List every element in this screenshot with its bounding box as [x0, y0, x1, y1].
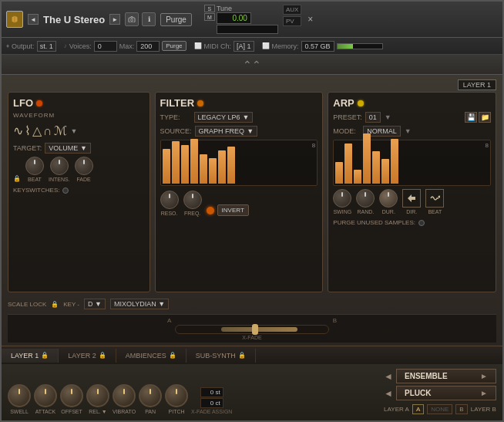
- right-nav-left[interactable]: ◄: [384, 371, 393, 382]
- target-row: TARGET: VOLUME ▼: [13, 143, 145, 154]
- arp-preset-value[interactable]: 01: [365, 112, 381, 123]
- output-dropdown[interactable]: st. 1: [37, 41, 56, 52]
- s-button[interactable]: S: [204, 5, 215, 12]
- tab-ambiences[interactable]: AMBIENCES 🔒: [116, 349, 186, 363]
- svg-point-2: [131, 19, 133, 22]
- dir-icon[interactable]: [402, 189, 421, 208]
- source-dropdown[interactable]: GRAPH FREQ ▼: [195, 126, 257, 137]
- arp-bar-5: [372, 151, 380, 184]
- purge-button-2[interactable]: Purge: [162, 41, 186, 51]
- dur-knob[interactable]: [379, 189, 398, 208]
- filter-bar-7: [218, 150, 226, 184]
- purge-unused-dot[interactable]: [418, 220, 425, 226]
- waveform-row: ∿⌇△∩ℳ ▼: [13, 123, 145, 138]
- arp-section: ARP PRESET: 01 ▼ 💾 📁 MODE: NORMAL ▼: [328, 92, 496, 292]
- pan-knob[interactable]: [139, 384, 162, 407]
- fade-knob[interactable]: [75, 157, 93, 175]
- beat-knob-group: BEAT: [25, 157, 44, 182]
- waveform-dropdown-arrow[interactable]: ▼: [71, 127, 78, 135]
- vibrato-knob[interactable]: [113, 384, 136, 407]
- layer-b-button[interactable]: B: [455, 404, 467, 414]
- none-button[interactable]: NONE: [427, 404, 452, 414]
- swing-knob[interactable]: [333, 189, 351, 208]
- mode-arrow[interactable]: ▼: [405, 127, 412, 135]
- lfo-status-dot[interactable]: [36, 100, 42, 106]
- filter-bar-6: [209, 158, 217, 184]
- pitch-value2[interactable]: 0 ct: [200, 398, 223, 408]
- pitch-value1[interactable]: 0 st: [200, 387, 223, 397]
- m-button[interactable]: M: [204, 13, 215, 21]
- filter-bar-8: [227, 147, 235, 184]
- chevron-up-icon[interactable]: ⌃⌃: [243, 59, 261, 71]
- tab-layer1[interactable]: LAYER 1 🔒: [2, 349, 59, 363]
- attack-knob[interactable]: [34, 384, 57, 407]
- camera-button[interactable]: [125, 12, 139, 26]
- invert-button[interactable]: INVERT: [217, 204, 249, 216]
- tune-label: Tune: [217, 5, 232, 12]
- rand-knob-group: RAND.: [356, 189, 375, 214]
- info-button[interactable]: ℹ: [142, 12, 156, 26]
- pitch-knob[interactable]: [165, 384, 188, 407]
- ensemble-button[interactable]: ENSEMBLE ►: [396, 369, 496, 383]
- arp-title: ARP: [333, 97, 491, 109]
- sm-buttons: S M: [204, 5, 215, 34]
- swell-knob[interactable]: [8, 384, 31, 407]
- dir-label: DIR.: [406, 209, 417, 214]
- layer-a-button[interactable]: A: [412, 404, 424, 414]
- tune-bar[interactable]: [217, 25, 278, 34]
- key-dropdown[interactable]: D ▼: [84, 299, 106, 309]
- main-container: ◄ The U Stereo ► ℹ Purge S M Tune 0.00: [0, 0, 504, 422]
- offset-group: OFFSET: [60, 384, 83, 414]
- reso-knob[interactable]: [160, 191, 179, 209]
- attack-label: ATTACK: [35, 409, 56, 414]
- swell-group: SWELL: [8, 384, 31, 414]
- voices-item: ♪ Voices: 0 Max: 200 Purge: [64, 41, 186, 52]
- arp-bar-6: [381, 159, 389, 184]
- type-dropdown[interactable]: LEGACY LP6 ▼: [194, 112, 254, 123]
- preset-arrow[interactable]: ▼: [385, 113, 391, 121]
- filter-bar-2: [172, 141, 180, 184]
- nav-prev-button[interactable]: ◄: [28, 14, 39, 25]
- target-dropdown[interactable]: VOLUME ▼: [45, 143, 90, 154]
- scale-dropdown[interactable]: MIXOLYDIAN ▼: [110, 299, 169, 309]
- xfade-handle[interactable]: [252, 324, 258, 335]
- rel-label[interactable]: REL. ▼: [89, 409, 107, 414]
- close-button[interactable]: ×: [306, 12, 314, 26]
- arp-folder-icon[interactable]: 📁: [479, 112, 491, 123]
- swing-label: SWING: [333, 209, 351, 214]
- xfade-labels: A B: [167, 317, 337, 324]
- nav-next-button[interactable]: ►: [109, 14, 120, 25]
- offset-knob[interactable]: [60, 384, 83, 407]
- filter-bar-5: [200, 154, 207, 184]
- voices-label: Voices:: [69, 42, 92, 50]
- rel-knob[interactable]: [86, 384, 109, 407]
- arp-save-icon[interactable]: 💾: [465, 112, 477, 123]
- pitch-group: PITCH: [165, 384, 188, 414]
- tab-layer2[interactable]: LAYER 2 🔒: [59, 349, 116, 363]
- intens-knob[interactable]: [50, 157, 69, 175]
- memory-bar: [337, 43, 383, 49]
- rand-knob[interactable]: [356, 189, 375, 208]
- arp-status-dot[interactable]: [358, 100, 364, 106]
- arp-bar-3: [354, 170, 361, 184]
- purge-button[interactable]: Purge: [160, 13, 192, 26]
- xfade-bar[interactable]: [175, 325, 329, 334]
- beat-label: BEAT: [28, 177, 42, 182]
- arp-beat-icon[interactable]: [425, 189, 444, 208]
- filter-status-dot[interactable]: [197, 100, 203, 106]
- pluck-button[interactable]: PLUCK ►: [396, 386, 496, 400]
- keyswitches-dot[interactable]: [62, 187, 69, 194]
- beat-knob[interactable]: [25, 157, 44, 175]
- pluck-nav-left[interactable]: ◄: [384, 388, 393, 399]
- keyswitches-row: KEYSWITCHES:: [13, 187, 145, 194]
- tab-sub-synth[interactable]: SUB-SYNTH 🔒: [186, 349, 256, 363]
- arp-bar-1: [335, 162, 343, 184]
- pan-label: PAN: [145, 409, 156, 414]
- fade-label: FADE: [76, 177, 90, 182]
- midi-dropdown[interactable]: [A] 1: [234, 41, 254, 52]
- lfo-title: LFO: [13, 97, 145, 109]
- ensemble-arrow: ►: [480, 372, 488, 380]
- freq-knob[interactable]: [183, 191, 202, 209]
- max-value: 200: [136, 41, 160, 52]
- tune-value[interactable]: 0.00: [217, 12, 251, 24]
